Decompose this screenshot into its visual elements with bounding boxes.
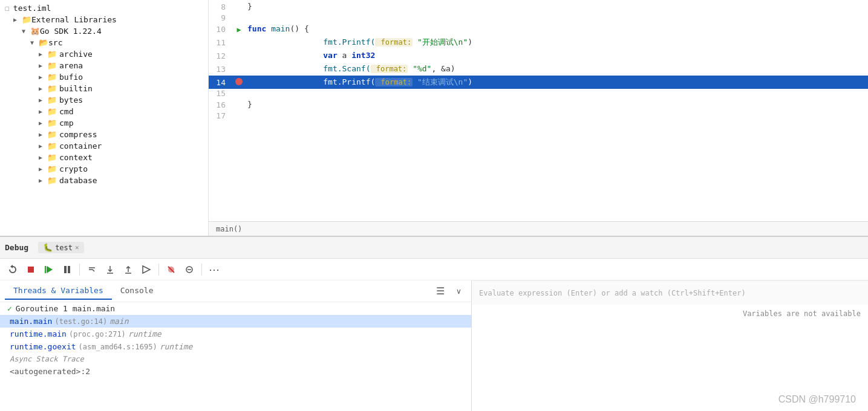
code-line-17: 17 [209, 111, 868, 120]
sidebar-item-archive[interactable]: ▶ 📁 archive [0, 48, 208, 60]
eval-bar[interactable]: Evaluate expression (Enter) or add a wat… [472, 280, 868, 305]
folder-icon: 📁 [47, 153, 57, 162]
stop-button[interactable] [23, 262, 39, 277]
more-icon: ⋯ [209, 264, 220, 275]
folder-icon: 📁 [47, 164, 57, 173]
mute-breakpoints-button[interactable] [163, 262, 179, 277]
line-content: func main() { [245, 22, 868, 36]
sidebar-item-cmd[interactable]: ▶ 📁 cmd [0, 106, 208, 117]
line-gutter [233, 98, 245, 111]
goroutine-label: Goroutine 1 main.main [16, 304, 115, 313]
arrow-icon: ▶ [39, 85, 47, 92]
go-sdk-label: Go SDK 1.22.4 [40, 27, 102, 36]
stack-frame-runtime-main[interactable]: runtime.main (proc.go:271) runtime [0, 328, 471, 340]
sidebar-item-compress[interactable]: ▶ 📁 compress [0, 129, 208, 140]
svg-marker-5 [143, 266, 150, 273]
bottom-tabs-row: Debug 🐛 test ✕ [0, 237, 868, 259]
sidebar-item-arena[interactable]: ▶ 📁 arena [0, 60, 208, 71]
line-gutter [233, 0, 245, 13]
code-container: 8}910▶func main() {11 fmt.Printf( format… [209, 0, 868, 221]
sidebar-item-database[interactable]: ▶ 📁 database [0, 175, 208, 186]
line-number: 9 [209, 13, 233, 22]
ext-libs-label: External Libraries [31, 15, 117, 24]
clear-breakpoints-button[interactable] [181, 262, 197, 277]
sidebar-item-bufio[interactable]: ▶ 📁 bufio [0, 71, 208, 83]
line-content: var a int32 [245, 49, 868, 62]
bug-icon: 🐛 [43, 243, 53, 252]
folder-icon: 📁 [47, 50, 57, 59]
arrow-icon: ▼ [30, 39, 39, 46]
panel-tabs: Threads & Variables Console ☰ ∨ [0, 280, 471, 302]
file-tree: ☐ test.iml ▶ 📁 External Libraries ▼ 🐹 Go… [0, 0, 209, 236]
debug-toolbar: ⋯ [0, 259, 868, 280]
sidebar-item-cmp[interactable]: ▶ 📁 cmp [0, 117, 208, 129]
test-iml-file[interactable]: ☐ test.iml [0, 2, 208, 14]
stack-fn: runtime.main [10, 329, 67, 338]
go-sdk-item[interactable]: ▼ 🐹 Go SDK 1.22.4 [0, 25, 208, 37]
stack-type: main [109, 317, 128, 326]
line-content [245, 111, 868, 120]
eval-placeholder: Evaluate expression (Enter) or add a wat… [479, 289, 746, 297]
stack-location: (asm_amd64.s:1695) [79, 343, 157, 351]
goroutine-row[interactable]: ✓ Goroutine 1 main.main [0, 302, 471, 315]
stack-frame-main-main[interactable]: main.main (test.go:14) main [0, 315, 471, 328]
item-label: builtin [59, 84, 93, 93]
step-out-button[interactable] [120, 262, 136, 277]
src-label: src [48, 38, 62, 47]
resume-button[interactable] [41, 262, 57, 277]
debug-session-tab[interactable]: 🐛 test ✕ [38, 242, 84, 253]
file-icon: ☐ [5, 4, 10, 13]
svg-rect-0 [28, 267, 34, 273]
status-text: main() [216, 225, 242, 233]
stack-location: (proc.go:271) [69, 330, 126, 338]
line-content [245, 13, 868, 22]
toolbar-separator-3 [201, 264, 202, 276]
line-gutter [233, 111, 245, 120]
folder-icon: 📁 [47, 118, 57, 128]
line-gutter: ▶ [233, 22, 245, 36]
run-to-cursor-button[interactable] [139, 262, 154, 277]
line-number: 15 [209, 89, 233, 98]
step-into-button[interactable] [102, 262, 118, 277]
item-label: database [59, 176, 97, 185]
line-gutter [233, 89, 245, 98]
line-gutter [233, 62, 245, 76]
close-session-button[interactable]: ✕ [75, 244, 79, 251]
item-label: archive [59, 50, 93, 59]
sidebar-item-builtin[interactable]: ▶ 📁 builtin [0, 83, 208, 94]
editor-area: 8}910▶func main() {11 fmt.Printf( format… [209, 0, 868, 236]
autogenerated-row[interactable]: <autogenerated>:2 [0, 365, 471, 378]
item-label: bytes [59, 95, 83, 105]
breakpoint-dot [235, 78, 243, 85]
item-label: cmp [59, 118, 73, 128]
code-line-10: 10▶func main() { [209, 22, 868, 36]
folder-icon: 📁 [47, 95, 57, 105]
sidebar-item-crypto[interactable]: ▶ 📁 crypto [0, 163, 208, 175]
bottom-panel: Debug 🐛 test ✕ [0, 236, 868, 411]
sidebar-item-context[interactable]: ▶ 📁 context [0, 152, 208, 163]
settings-button[interactable]: ∨ [451, 283, 466, 299]
tab-threads-variables[interactable]: Threads & Variables [5, 282, 112, 300]
sidebar-item-container[interactable]: ▶ 📁 container [0, 140, 208, 152]
arrow-icon: ▶ [39, 74, 47, 80]
sidebar-item-bytes[interactable]: ▶ 📁 bytes [0, 94, 208, 106]
pause-button[interactable] [59, 262, 75, 277]
line-content: fmt.Printf( format: "结束调试\n") [245, 76, 868, 89]
arrow-icon: ▶ [13, 16, 22, 23]
stack-fn: runtime.goexit [10, 342, 76, 351]
rerun-button[interactable] [5, 262, 21, 277]
more-button[interactable]: ⋯ [206, 262, 222, 277]
line-content: fmt.Scanf( format: "%d", &a) [245, 62, 868, 76]
tab-console[interactable]: Console [112, 282, 162, 300]
sidebar-items: ▶ 📁 archive ▶ 📁 arena ▶ 📁 bufio ▶ 📁 buil… [0, 48, 208, 186]
stack-frame-runtime-goexit[interactable]: runtime.goexit (asm_amd64.s:1695) runtim… [0, 340, 471, 353]
step-over-button[interactable] [84, 262, 100, 277]
svg-rect-4 [68, 266, 70, 273]
line-number: 16 [209, 98, 233, 111]
arrow-icon: ▼ [22, 28, 30, 34]
external-libraries-item[interactable]: ▶ 📁 External Libraries [0, 14, 208, 25]
item-label: crypto [59, 164, 88, 173]
filter-button[interactable]: ☰ [432, 283, 448, 299]
run-arrow-icon: ▶ [237, 25, 241, 34]
src-item[interactable]: ▼ 📂 src [0, 37, 208, 48]
